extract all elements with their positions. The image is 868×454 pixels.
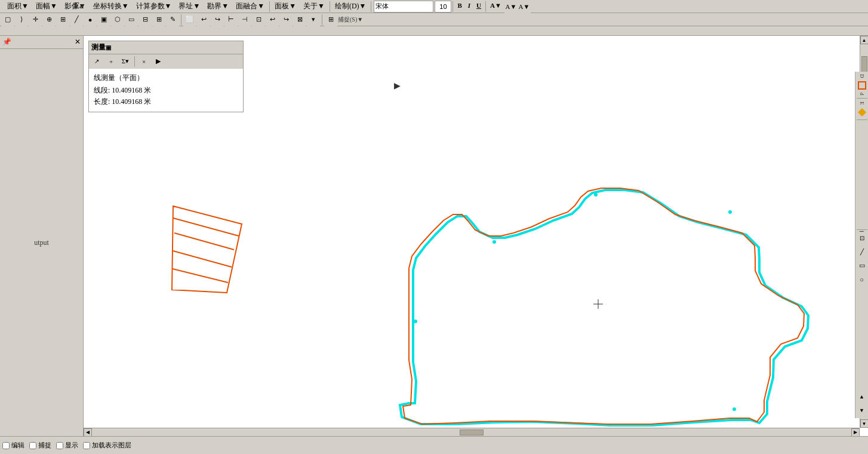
- h-scroll-thumb[interactable]: [460, 430, 484, 435]
- rectangle-tool[interactable]: ▭: [125, 13, 138, 26]
- scroll-down-btn[interactable]: ▼: [860, 419, 869, 428]
- node-edit[interactable]: ⊡: [252, 13, 265, 26]
- scroll-right-btn[interactable]: ▶: [851, 428, 860, 437]
- measure-popup-content: 线测量（平面） 线段: 10.409168 米 长度: 10.409168 米: [89, 69, 243, 112]
- status-snap-checkbox[interactable]: [29, 442, 36, 449]
- side-d2-label: d: [859, 91, 865, 97]
- ea-label: Ea: [74, 1, 84, 11]
- measure-line-length: 线段: 10.409168 米: [94, 85, 238, 96]
- menu-bar: Ea 面积▼ 面幅▼ 影像▼ 坐标转换▼ 计算参数▼ 界址▼ 勘界▼ 面融合▼ …: [0, 0, 868, 13]
- side-separator2: [857, 119, 867, 120]
- left-panel-content: utput: [0, 49, 83, 436]
- left-panel-pin[interactable]: 📌: [2, 38, 11, 47]
- print-btn[interactable]: ▾: [307, 13, 320, 26]
- shape-vertex-2: [594, 193, 598, 197]
- side-scroll-up[interactable]: ▲: [855, 390, 869, 403]
- side-d-label: D: [859, 73, 865, 79]
- status-display-label: 显示: [65, 441, 78, 450]
- h-scrollbar[interactable]: ◀ ▶: [84, 428, 860, 436]
- side-tool-2[interactable]: ╱: [855, 246, 869, 259]
- copy-tool[interactable]: ⊟: [138, 13, 152, 26]
- h-scroll-track: [92, 429, 851, 436]
- left-output-label: utput: [33, 237, 50, 249]
- measure-sum-btn[interactable]: Σ▾: [119, 55, 132, 68]
- measure-title: 测量: [91, 42, 106, 53]
- menu-area[interactable]: 面积▼: [4, 0, 32, 13]
- union-tool[interactable]: ⬜: [183, 13, 196, 26]
- status-load-label: 加载表示图层: [92, 441, 131, 450]
- side-tool-circle[interactable]: ○: [855, 273, 869, 286]
- menu-draw[interactable]: 绘制(D)▼: [331, 0, 370, 13]
- font-size-input[interactable]: [435, 1, 451, 13]
- status-snap-label: 捕捉: [38, 441, 51, 450]
- redo-tool[interactable]: ↪: [279, 13, 293, 26]
- measure-add-btn[interactable]: +: [104, 55, 118, 68]
- status-display-checkbox[interactable]: [56, 442, 63, 449]
- scroll-up-btn[interactable]: ▲: [860, 36, 869, 44]
- erase-tool[interactable]: ↪: [211, 13, 224, 26]
- split-tool[interactable]: ⊢: [224, 13, 238, 26]
- intersect-tool[interactable]: ↩: [197, 13, 210, 26]
- side-tools: D d E 创建量 ⊡ ╱ ▭ ○ ▲ ▼: [855, 72, 868, 418]
- circle-tool[interactable]: ●: [84, 13, 97, 26]
- edit-tool[interactable]: ✎: [166, 13, 179, 26]
- measure-clear-btn[interactable]: ×: [137, 55, 150, 68]
- measure-close[interactable]: ▣: [106, 44, 111, 51]
- side-diamond[interactable]: [857, 108, 866, 116]
- pan-tool[interactable]: ⟩: [15, 13, 28, 26]
- scroll-left-btn[interactable]: ◀: [84, 428, 92, 437]
- measure-play-btn[interactable]: ▶: [152, 55, 165, 68]
- orange-line2: [174, 233, 234, 250]
- merge-btn[interactable]: ⊣: [238, 13, 251, 26]
- menu-about[interactable]: 关于▼: [300, 0, 328, 13]
- snap-tool[interactable]: ⊕: [42, 13, 56, 26]
- italic-button[interactable]: I: [465, 1, 473, 13]
- node-tool[interactable]: ✛: [29, 13, 42, 26]
- measure-popup-header: 测量 ▣: [89, 41, 243, 54]
- status-edit-checkbox[interactable]: [2, 442, 10, 449]
- capture-label: 捕捉(S)▼: [338, 16, 363, 24]
- status-edit: 编辑: [2, 441, 24, 450]
- status-display: 显示: [56, 441, 78, 450]
- highlight-button[interactable]: A▼: [504, 0, 518, 13]
- side-orange-rect[interactable]: [858, 81, 866, 90]
- toolbar1: ▢ ⟩ ✛ ⊕ ⊞ ╱ ● ▣ ⬡ ▭ ⊟ ⊞ ✎ ⬜ ↩ ↪ ⊢ ⊣ ⊡ ↩ …: [0, 13, 868, 26]
- shape-vertex-4: [732, 407, 736, 411]
- left-panel: 📌 ✕ utput: [0, 36, 84, 436]
- fill-tool[interactable]: ▣: [97, 13, 110, 26]
- undo-tool[interactable]: ↩: [266, 13, 279, 26]
- side-tool-rect2[interactable]: ▭: [855, 259, 869, 272]
- vertex-tool[interactable]: ⊞: [56, 13, 69, 26]
- line-tool[interactable]: ╱: [70, 13, 83, 26]
- menu-boundary[interactable]: 界址▼: [175, 0, 204, 13]
- status-snap: 捕捉: [29, 441, 51, 450]
- orange-line3: [173, 251, 232, 267]
- status-load-layer: 加载表示图层: [83, 441, 131, 450]
- side-scroll-down[interactable]: ▼: [855, 404, 869, 417]
- left-panel-close[interactable]: ✕: [75, 38, 81, 47]
- measure-total-length: 长度: 10.409168 米: [94, 96, 238, 108]
- underline-button[interactable]: U: [473, 1, 484, 13]
- menu-panel[interactable]: 面板▼: [271, 0, 300, 13]
- save-btn[interactable]: ⊠: [293, 13, 306, 26]
- status-edit-label: 编辑: [11, 441, 24, 450]
- bold-button[interactable]: B: [454, 1, 464, 13]
- capture-btn[interactable]: ⊞: [324, 13, 337, 26]
- menu-coord[interactable]: 坐标转换▼: [90, 0, 133, 13]
- font-name-input[interactable]: [374, 1, 433, 13]
- menu-mianfu[interactable]: 面幅▼: [32, 0, 61, 13]
- shape-vertex-1: [493, 240, 496, 244]
- text-bg-button[interactable]: A▼: [518, 0, 531, 13]
- polygon-tool[interactable]: ⬡: [111, 13, 124, 26]
- font-color-button[interactable]: A▼: [487, 1, 504, 13]
- menu-calc[interactable]: 计算参数▼: [133, 0, 176, 13]
- paste-tool[interactable]: ⊞: [152, 13, 165, 26]
- side-tool-1[interactable]: ⊡: [855, 232, 869, 245]
- status-load-checkbox[interactable]: [83, 442, 90, 449]
- measure-pencil-btn[interactable]: ↗: [90, 55, 103, 68]
- status-bar: 编辑 捕捉 显示 加载表示图层: [0, 436, 868, 454]
- menu-merge[interactable]: 面融合▼: [232, 0, 268, 13]
- menu-survey[interactable]: 勘界▼: [204, 0, 232, 13]
- shape-vertex-3: [728, 210, 732, 214]
- select-tool[interactable]: ▢: [1, 13, 14, 26]
